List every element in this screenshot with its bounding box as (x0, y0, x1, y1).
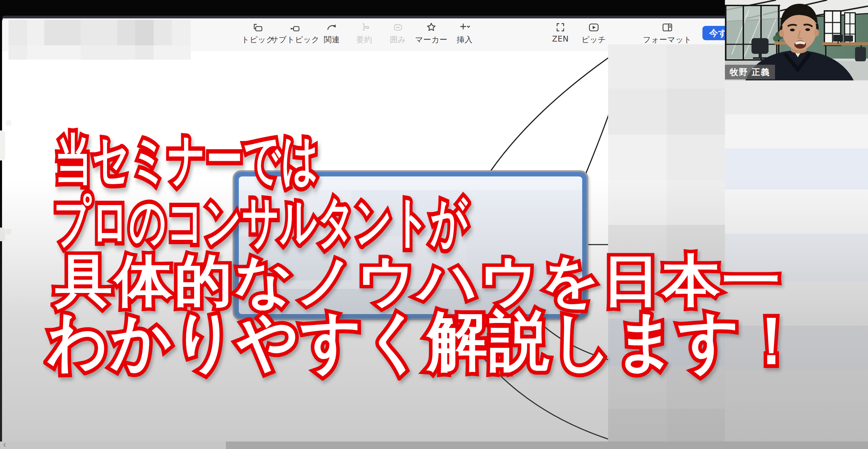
toolbar-label: フォーマット (642, 34, 693, 45)
caption-line-1: 当セミナーでは (55, 132, 320, 187)
mosaic-block (608, 135, 667, 181)
back-chevron-icon[interactable]: ‹ (3, 440, 6, 449)
mosaic-block (725, 80, 868, 114)
relationship-icon (326, 22, 337, 33)
left-edge-artifact (0, 130, 5, 160)
mosaic-block (27, 20, 44, 45)
play-pitch-icon (588, 22, 599, 33)
mosaic-block (667, 181, 725, 225)
mosaic-block (154, 45, 191, 60)
mosaic-block (725, 149, 868, 189)
format-panel-icon (662, 22, 673, 33)
mosaic-block (172, 20, 191, 45)
mosaic-block (667, 44, 725, 89)
mosaic-block (725, 114, 868, 149)
mosaic-block (608, 181, 667, 225)
mosaic-block (725, 189, 868, 234)
mosaic-block (725, 370, 868, 449)
boundary-icon (392, 22, 403, 33)
mosaic-block (135, 20, 154, 45)
webcam-name-tag: 牧野 正義 (725, 65, 775, 79)
bottom-bar-right[interactable] (226, 442, 868, 449)
plus-insert-icon (459, 22, 470, 33)
toolbar-label: 挿入 (439, 34, 490, 45)
fullscreen-zen-icon (555, 22, 566, 33)
mosaic-block (608, 89, 667, 135)
mosaic-block (667, 135, 725, 181)
toolbar-button-format[interactable]: フォーマット (642, 22, 693, 45)
mosaic-block (135, 45, 154, 60)
toolbar-button-insert[interactable]: 挿入 (439, 22, 490, 45)
mosaic-block (117, 20, 135, 45)
mosaic-block (81, 45, 135, 60)
caption-line-2: プロのコンサルタントが (54, 194, 468, 249)
mosaic-block (81, 20, 117, 45)
toolbar-label: ピッチ (568, 34, 619, 45)
caption-line-4: わかりやすく解説します！ (47, 309, 804, 373)
mosaic-block (44, 20, 81, 45)
star-marker-icon (426, 22, 437, 33)
caption-line-3: 具体的なノウハウを日本一 (55, 253, 782, 308)
webcam-overlay: 牧野 正義 (725, 0, 868, 80)
bottom-bar-left[interactable] (0, 442, 226, 449)
toolbar-button-pitch[interactable]: ピッチ (568, 22, 619, 45)
summary-icon (359, 22, 370, 33)
mosaic-block (9, 45, 27, 60)
left-edge-artifact (6, 229, 11, 234)
left-edge-artifact (6, 120, 11, 126)
mosaic-block (154, 20, 172, 45)
mosaic-block (27, 45, 81, 60)
video-frame: トピック サブトピック 関連 要約 囲み マーカー 挿入 (0, 0, 868, 449)
mosaic-block (608, 44, 667, 89)
mosaic-block (667, 89, 725, 135)
mosaic-block (9, 20, 27, 45)
subtopic-icon (290, 22, 300, 33)
topic-icon (252, 22, 263, 33)
left-edge-artifact (0, 228, 5, 241)
